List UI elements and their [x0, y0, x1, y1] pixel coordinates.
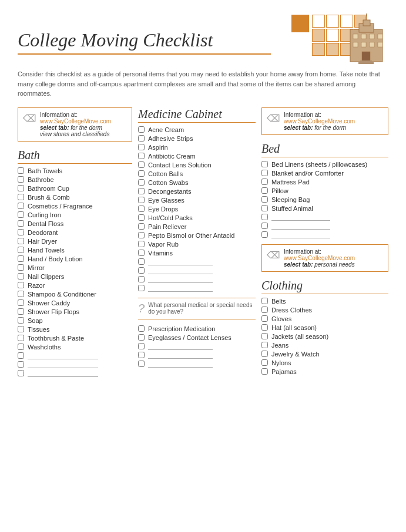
- bath-list-checkbox-16[interactable]: [18, 308, 24, 315]
- info-link-2[interactable]: www.SayCollegeMove.com: [284, 118, 355, 124]
- svg-rect-5: [353, 34, 358, 39]
- bed-blank-checkbox-1[interactable]: [261, 214, 268, 220]
- medicine-list-label-6: Cotton Swabs: [148, 179, 188, 186]
- bath-list-checkbox-1[interactable]: [18, 176, 24, 183]
- bath-list-checkbox-4[interactable]: [18, 203, 24, 209]
- med-blank-checkbox-1[interactable]: [138, 258, 145, 265]
- bath-blank-checkbox-1[interactable]: [18, 352, 24, 359]
- bed-list-checkbox-3[interactable]: [261, 187, 268, 194]
- bath-list-checkbox-8[interactable]: [18, 238, 24, 244]
- med-blank-checkbox-2[interactable]: [138, 267, 145, 274]
- clothing-list-checkbox-1[interactable]: [261, 307, 268, 313]
- bath-list-checkbox-3[interactable]: [18, 194, 24, 200]
- bed-list-checkbox-4[interactable]: [261, 196, 268, 203]
- med-blank-checkbox-4[interactable]: [138, 285, 145, 291]
- list-item: Mattress Pad: [261, 179, 388, 186]
- clothing-list-checkbox-6[interactable]: [261, 351, 268, 357]
- bath-list-label-4: Cosmetics / Fragrance: [28, 203, 93, 210]
- medicine-list-checkbox-0[interactable]: [138, 126, 145, 133]
- bed-blank-checkbox-3[interactable]: [261, 231, 268, 238]
- medicine-list-checkbox-10[interactable]: [138, 214, 145, 221]
- bath-list-checkbox-5[interactable]: [18, 211, 24, 218]
- header-graphic: [271, 12, 388, 65]
- bath-list-checkbox-0[interactable]: [18, 167, 24, 174]
- bath-list-checkbox-9[interactable]: [18, 247, 24, 253]
- info-box-1-content: Information at: www.SayCollegeMove.com s…: [40, 112, 111, 137]
- medicine-list-checkbox-14[interactable]: [138, 250, 145, 256]
- rx-blank-checkbox-1[interactable]: [138, 343, 145, 349]
- bath-list-checkbox-20[interactable]: [18, 344, 24, 350]
- medicine-list-checkbox-5[interactable]: [138, 170, 145, 177]
- list-item: Prescription Medication: [138, 325, 256, 332]
- list-item: Jewelry & Watch: [261, 351, 388, 358]
- info-box-3-content: Information at: www.SayCollegeMove.com s…: [284, 248, 355, 268]
- bath-list-checkbox-6[interactable]: [18, 220, 24, 227]
- bath-list-checkbox-10[interactable]: [18, 255, 24, 262]
- bath-list-checkbox-18[interactable]: [18, 326, 24, 332]
- prescription-list-checkbox-0[interactable]: [138, 325, 145, 332]
- medicine-list-checkbox-3[interactable]: [138, 153, 145, 159]
- medicine-list-checkbox-4[interactable]: [138, 161, 145, 168]
- info-box-1: ⌫ Information at: www.SayCollegeMove.com…: [18, 107, 132, 142]
- bath-title: Bath: [18, 149, 132, 164]
- bath-list-label-3: Brush & Comb: [28, 194, 70, 201]
- med-blank-4: [138, 285, 256, 292]
- list-item: Mirror: [18, 264, 132, 271]
- rx-blank-checkbox-3[interactable]: [138, 361, 145, 367]
- svg-rect-12: [378, 42, 382, 47]
- clothing-list-checkbox-7[interactable]: [261, 359, 268, 366]
- clothing-list-checkbox-3[interactable]: [261, 324, 268, 331]
- medicine-list-checkbox-8[interactable]: [138, 197, 145, 203]
- list-item: Gloves: [261, 315, 388, 322]
- bed-list-checkbox-0[interactable]: [261, 161, 268, 167]
- bed-list-checkbox-5[interactable]: [261, 205, 268, 211]
- clothing-list-label-1: Dress Clothes: [271, 307, 312, 314]
- bath-list-checkbox-14[interactable]: [18, 291, 24, 297]
- medicine-list-checkbox-1[interactable]: [138, 135, 145, 142]
- clothing-list-checkbox-4[interactable]: [261, 333, 268, 339]
- bath-blank-checkbox-2[interactable]: [18, 361, 24, 368]
- info-link-3[interactable]: www.SayCollegeMove.com: [284, 255, 355, 261]
- medicine-list-checkbox-6[interactable]: [138, 179, 145, 186]
- rx-blank-1: [138, 343, 256, 350]
- rx-blank-checkbox-2[interactable]: [138, 352, 145, 358]
- medicine-list-checkbox-13[interactable]: [138, 241, 145, 247]
- bath-list-checkbox-15[interactable]: [18, 299, 24, 306]
- medicine-list-checkbox-2[interactable]: [138, 144, 145, 150]
- list-item: Deodorant: [18, 229, 132, 236]
- bed-list-checkbox-2[interactable]: [261, 179, 268, 185]
- bed-list-checkbox-1[interactable]: [261, 170, 268, 176]
- bath-list-checkbox-19[interactable]: [18, 335, 24, 341]
- medicine-list-checkbox-7[interactable]: [138, 188, 145, 194]
- medicine-list-label-11: Pain Reliever: [148, 223, 186, 230]
- bath-list-checkbox-7[interactable]: [18, 229, 24, 235]
- list-item: Hand / Body Lotion: [18, 255, 132, 262]
- svg-rect-9: [353, 42, 358, 47]
- svg-rect-15: [358, 62, 374, 64]
- med-blank-line-1: [148, 258, 213, 265]
- bath-list-checkbox-2[interactable]: [18, 185, 24, 191]
- bath-list-checkbox-13[interactable]: [18, 282, 24, 288]
- main-content: ⌫ Information at: www.SayCollegeMove.com…: [18, 107, 388, 379]
- med-blank-checkbox-3[interactable]: [138, 276, 145, 282]
- clothing-list-checkbox-8[interactable]: [261, 368, 268, 375]
- clothing-list-checkbox-5[interactable]: [261, 342, 268, 348]
- clothing-list-checkbox-2[interactable]: [261, 315, 268, 322]
- clothing-list-label-5: Jeans: [271, 342, 288, 349]
- bath-list-checkbox-11[interactable]: [18, 264, 24, 271]
- bed-blank-line-1: [271, 214, 330, 221]
- bed-blank-checkbox-2[interactable]: [261, 223, 268, 229]
- svg-rect-10: [361, 42, 366, 47]
- clothing-list-checkbox-0[interactable]: [261, 298, 268, 304]
- bath-list-checkbox-12[interactable]: [18, 273, 24, 280]
- list-item: Contact Lens Solution: [138, 161, 256, 169]
- list-item: Cotton Swabs: [138, 179, 256, 186]
- prescription-list-checkbox-1[interactable]: [138, 334, 145, 341]
- medicine-list-checkbox-9[interactable]: [138, 206, 145, 212]
- medicine-list-checkbox-12[interactable]: [138, 232, 145, 238]
- bath-list-checkbox-17[interactable]: [18, 317, 24, 324]
- bath-blank-checkbox-3[interactable]: [18, 370, 24, 376]
- medicine-list-checkbox-11[interactable]: [138, 223, 145, 230]
- info-link-1[interactable]: www.SayCollegeMove.com: [40, 118, 111, 124]
- medicine-list-label-0: Acne Cream: [148, 126, 184, 133]
